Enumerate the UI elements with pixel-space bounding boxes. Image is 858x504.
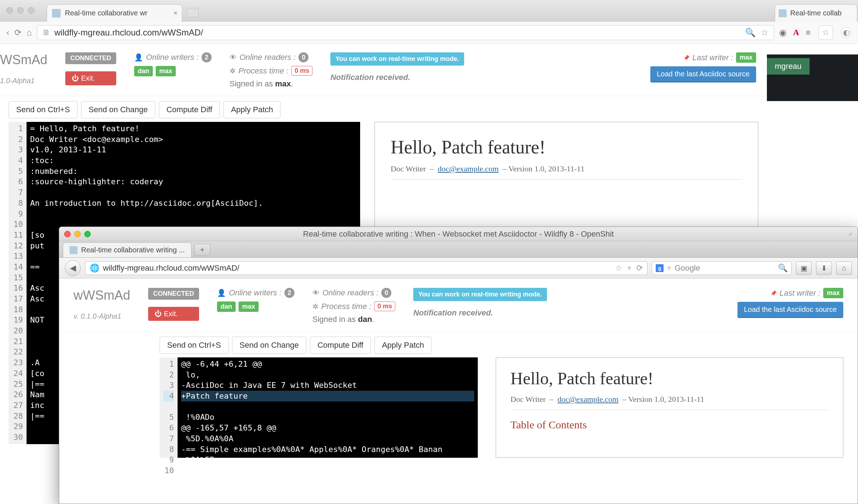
browser-tab[interactable]: Real-time collab bbox=[775, 4, 857, 22]
app-header: wWSmAd v. 0.1.0-Alpha1 CONNECTED ⏻Exit. … bbox=[59, 279, 858, 332]
writers-count: 2 bbox=[202, 52, 212, 62]
firefox-window: Real-time collaborative writing : When -… bbox=[59, 227, 858, 504]
omnibox[interactable]: 🗎 wildfly-mgreau.rhcloud.com/wWSmAD/ 🔍 ☆ bbox=[37, 25, 774, 40]
eye-icon: 👁 bbox=[230, 53, 237, 62]
browser-tab[interactable]: Real-time collaborative wr × bbox=[47, 4, 182, 22]
process-time-value: 0 ms bbox=[291, 66, 312, 76]
app-version: v. 0.1.0-Alpha1 bbox=[74, 312, 130, 320]
signed-in-label: Signed in as bbox=[230, 79, 275, 88]
preview-email[interactable]: doc@example.com bbox=[438, 164, 499, 173]
tab-title: Real-time collaborative wr bbox=[65, 9, 147, 17]
apply-patch-button[interactable]: Apply Patch bbox=[223, 101, 280, 118]
star-button[interactable]: ☆ bbox=[819, 25, 833, 40]
signed-in-label: Signed in as bbox=[312, 315, 358, 324]
writers-count: 2 bbox=[284, 288, 294, 298]
writers-column: 👤 Online writers : 2 dan max bbox=[217, 288, 294, 312]
writer-badge: dan bbox=[217, 301, 236, 312]
brand-column: WSmAd 1.0-Alpha1 bbox=[0, 52, 47, 85]
firefox-content: wWSmAd v. 0.1.0-Alpha1 CONNECTED ⏻Exit. … bbox=[59, 279, 858, 458]
favicon-icon bbox=[70, 246, 77, 254]
load-source-button[interactable]: Load the last Asciidoc source bbox=[737, 302, 843, 318]
search-field[interactable]: g ▾ Google 🔍 bbox=[652, 261, 792, 275]
back-icon[interactable]: ‹ bbox=[6, 28, 9, 38]
realtime-alert: You can work on real-time writing mode. bbox=[413, 288, 547, 301]
back-button[interactable]: ◀ bbox=[65, 260, 81, 276]
notification-column: You can work on real-time writing mode. … bbox=[413, 288, 547, 318]
url-text: wildfly-mgreau.rhcloud.com/wWSmAD/ bbox=[103, 263, 239, 273]
preview-title: Hello, Patch feature! bbox=[391, 137, 742, 158]
reload-icon[interactable]: ⟳ bbox=[14, 28, 22, 38]
connection-column: CONNECTED ⏻Exit. bbox=[148, 288, 199, 321]
notification-text: Notification received. bbox=[413, 308, 547, 318]
new-tab-button[interactable] bbox=[187, 8, 199, 17]
abp-icon[interactable]: A bbox=[793, 28, 799, 37]
home-button[interactable]: ⌂ bbox=[836, 261, 852, 275]
send-change-button[interactable]: Send on Change bbox=[81, 101, 155, 118]
writer-badge: dan bbox=[134, 66, 153, 76]
realtime-alert: You can work on real-time writing mode. bbox=[330, 52, 464, 66]
url-field[interactable]: 🌐 wildfly-mgreau.rhcloud.com/wWSmAD/ ☆ ▾… bbox=[85, 261, 647, 275]
power-icon: ⏻ bbox=[155, 310, 162, 318]
close-icon[interactable]: × bbox=[173, 9, 178, 17]
action-bar: Send on Ctrl+S Send on Change Compute Di… bbox=[59, 332, 858, 357]
exit-label: Exit. bbox=[164, 310, 178, 318]
close-traffic-icon[interactable] bbox=[64, 231, 71, 237]
traffic-dot bbox=[6, 7, 13, 14]
compute-diff-button[interactable]: Compute Diff bbox=[159, 101, 220, 118]
search-placeholder: Google bbox=[675, 263, 700, 273]
pin-icon: 📌 bbox=[683, 55, 689, 61]
downloads-button[interactable]: ⬇ bbox=[816, 261, 832, 275]
preview-title: Hello, Patch feature! bbox=[510, 369, 829, 388]
browser-tab[interactable]: Real-time collaborative writing ... bbox=[63, 242, 192, 257]
reload-icon[interactable]: ⟳ bbox=[636, 263, 643, 273]
last-writer-badge: max bbox=[823, 288, 843, 298]
load-source-button[interactable]: Load the last Asciidoc source bbox=[650, 66, 756, 82]
extension-icon[interactable]: ◉ bbox=[779, 28, 787, 38]
zoom-traffic-icon[interactable] bbox=[84, 231, 91, 237]
minimize-traffic-icon[interactable] bbox=[74, 231, 81, 237]
power-icon: ⏻ bbox=[72, 74, 79, 82]
search-icon[interactable]: 🔍 bbox=[778, 263, 788, 273]
new-tab-button[interactable]: + bbox=[194, 244, 210, 256]
url-text: wildfly-mgreau.rhcloud.com/wWSmAD/ bbox=[55, 28, 203, 38]
favicon-icon bbox=[52, 9, 61, 18]
home-icon[interactable]: ⌂ bbox=[27, 28, 32, 38]
star-icon[interactable]: ☆ bbox=[761, 28, 769, 38]
bookmark-button[interactable]: ▣ bbox=[796, 261, 812, 275]
globe-icon: 🌐 bbox=[90, 263, 99, 273]
writers-label: Online writers : bbox=[146, 53, 199, 62]
apply-patch-button[interactable]: Apply Patch bbox=[374, 337, 432, 354]
exit-button[interactable]: ⏻Exit. bbox=[148, 307, 199, 321]
brand-column: wWSmAd v. 0.1.0-Alpha1 bbox=[74, 288, 130, 320]
extensions: ◉ A ≡ bbox=[779, 28, 811, 38]
readers-count: 0 bbox=[381, 288, 391, 298]
expand-icon[interactable]: ⤢ bbox=[848, 231, 853, 237]
preview-email[interactable]: doc@example.com bbox=[557, 395, 618, 404]
window-traffic-lights bbox=[64, 231, 91, 237]
compute-diff-button[interactable]: Compute Diff bbox=[310, 337, 371, 354]
tab-title: Real-time collaborative writing ... bbox=[81, 246, 185, 254]
line-gutter: 1 2 3 4 5 6 7 8 9 10 bbox=[160, 357, 178, 458]
last-writer-label: Last writer : bbox=[779, 289, 820, 298]
window-title: Real-time collaborative writing : When -… bbox=[303, 229, 614, 239]
last-writer-column: 📌 Last writer : max Load the last Asciid… bbox=[737, 288, 843, 318]
writer-badge: max bbox=[239, 301, 259, 312]
zoom-icon[interactable]: 🔍 bbox=[745, 28, 756, 38]
star-icon[interactable]: ☆ bbox=[615, 263, 622, 273]
readers-count: 0 bbox=[298, 52, 308, 62]
menu-icon[interactable]: ≡ bbox=[806, 28, 811, 38]
eye-icon: 👁 bbox=[312, 289, 320, 297]
send-change-button[interactable]: Send on Change bbox=[232, 337, 306, 354]
signed-in: Signed in as max. bbox=[230, 79, 312, 89]
readers-column: 👁 Online readers : 0 ✲ Process time : 0 … bbox=[312, 288, 395, 324]
exit-button[interactable]: ⏻Exit. bbox=[65, 71, 116, 85]
code-content[interactable]: @@ -6,44 +6,21 @@ lo, -AsciiDoc in Java … bbox=[178, 357, 478, 458]
code-editor[interactable]: 1 2 3 4 5 6 7 8 9 10 @@ -6,44 +6,21 @@ l… bbox=[160, 357, 478, 458]
username-badge: mgreau bbox=[767, 58, 810, 75]
traffic-dot bbox=[17, 7, 24, 14]
last-writer-badge: max bbox=[736, 52, 756, 63]
send-save-button[interactable]: Send on Ctrl+S bbox=[9, 101, 77, 118]
send-save-button[interactable]: Send on Ctrl+S bbox=[160, 337, 228, 354]
traffic-dot bbox=[28, 7, 34, 14]
extension-icon[interactable]: ◐ bbox=[841, 27, 852, 38]
